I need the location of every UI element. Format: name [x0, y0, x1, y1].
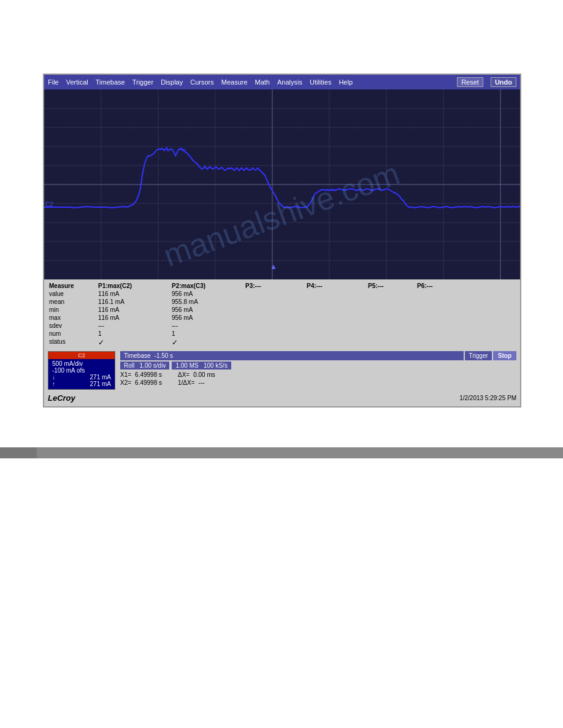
ch-info-header: C2	[48, 352, 115, 359]
waveform-svg	[44, 89, 520, 279]
inv-dx-value: ---	[199, 379, 205, 386]
oscilloscope-frame: File Vertical Timebase Trigger Display C…	[43, 74, 521, 408]
menu-utilities[interactable]: Utilities	[310, 78, 331, 86]
menu-display[interactable]: Display	[161, 78, 183, 86]
row-value-p4	[305, 290, 367, 298]
timebase-label: Timebase	[124, 352, 151, 359]
timebase-trigger-row: Timebase -1.50 s Trigger Stop	[120, 351, 516, 360]
page-wrapper: File Vertical Timebase Trigger Display C…	[0, 0, 563, 728]
sample-rate: 100 kS/s	[204, 362, 228, 369]
row-value-p5	[367, 290, 416, 298]
x1-value: 6.49998 s	[135, 371, 162, 378]
ch-scale: 500 mA/div	[52, 360, 111, 367]
trigger-label: Trigger	[469, 352, 488, 359]
timestamp: 1/2/2013 5:29:25 PM	[459, 393, 516, 403]
trigger-marker: ▲	[270, 262, 277, 271]
row-value-p2: 956 mA	[170, 290, 244, 298]
reset-button[interactable]: Reset	[457, 77, 483, 87]
menu-trigger[interactable]: Trigger	[132, 78, 153, 86]
menu-help[interactable]: Help	[339, 78, 353, 86]
row-mean-p2: 955.8 mA	[170, 298, 244, 306]
x1-label: X1=	[120, 371, 131, 378]
timebase-value: -1.50 s	[155, 352, 174, 359]
menu-measure[interactable]: Measure	[221, 78, 248, 86]
p2-header: P2:max(C3)	[170, 282, 244, 290]
coord-area: X1= 6.49998 s ΔX= 0.00 ms X2= 6.49998 s …	[120, 371, 516, 387]
row-max-p1: 116 mA	[97, 314, 170, 322]
undo-button[interactable]: Undo	[491, 77, 516, 87]
arrow-down-icon: ↓	[52, 374, 55, 381]
measure-col-header: Measure	[48, 282, 97, 290]
menu-bar: File Vertical Timebase Trigger Display C…	[44, 75, 520, 89]
row-max-p2: 956 mA	[170, 314, 244, 322]
display-area: C2 ▲	[44, 89, 520, 279]
lecroy-logo: LeCroy	[48, 392, 75, 404]
arrow-up-icon: ↑	[52, 381, 55, 387]
mem-label: 1.00 MS	[175, 362, 198, 369]
x2-row: X2= 6.49998 s 1/ΔX= ---	[120, 379, 516, 387]
row-num-label: num	[48, 330, 97, 338]
dx-value: 0.00 ms	[193, 371, 215, 378]
row-mean-p1: 116.1 mA	[97, 298, 170, 306]
roll-value: 1.00 s/div	[140, 362, 166, 369]
row-value-label: value	[48, 290, 97, 298]
x1-row: X1= 6.49998 s ΔX= 0.00 ms	[120, 371, 516, 379]
timebase-trigger-area: Timebase -1.50 s Trigger Stop Ro	[120, 351, 516, 387]
row-sdev-label: sdev	[48, 322, 97, 330]
measurements-table: Measure P1:max(C2) P2:max(C3) P3:--- P4:…	[48, 282, 516, 347]
row-value-p6	[416, 290, 465, 298]
row-sdev-p1: ---	[97, 322, 170, 330]
menu-analysis[interactable]: Analysis	[277, 78, 302, 86]
row-status-p2: ✓	[170, 338, 244, 347]
info-area: Measure P1:max(C2) P2:max(C3) P3:--- P4:…	[44, 279, 520, 406]
dx-label: ΔX=	[178, 371, 190, 378]
row-status-label: status	[48, 338, 97, 347]
footer-row: LeCroy 1/2/2013 5:29:25 PM	[48, 392, 516, 404]
roll-row: Roll 1.00 s/div 1.00 MS 100 kS/s	[120, 362, 516, 370]
ch-offset: -100 mA ofs	[52, 367, 111, 374]
bottom-bar-inner	[0, 447, 37, 458]
menu-vertical[interactable]: Vertical	[66, 78, 88, 86]
x2-label: X2=	[120, 379, 131, 386]
ch-arrow-down-val: 271 mA	[90, 374, 111, 381]
menu-file[interactable]: File	[48, 78, 59, 86]
x2-value: 6.49998 s	[135, 379, 162, 386]
row-status-p1: ✓	[97, 338, 170, 347]
roll-label: Roll	[124, 362, 134, 369]
channel-label: C2	[45, 201, 53, 208]
row-value-p3	[244, 290, 305, 298]
stop-label[interactable]: Stop	[498, 352, 511, 359]
row-min-p1: 116 mA	[97, 306, 170, 314]
row-value-p1: 116 mA	[97, 290, 170, 298]
status-row: C2 500 mA/div -100 mA ofs ↓ 271 mA ↑ 271…	[48, 351, 516, 390]
inv-dx-label: 1/ΔX=	[178, 379, 195, 386]
menu-math[interactable]: Math	[255, 78, 270, 86]
row-max-label: max	[48, 314, 97, 322]
p4-header: P4:---	[305, 282, 367, 290]
ch-arrow-up-val: 271 mA	[90, 381, 111, 387]
menu-cursors[interactable]: Cursors	[190, 78, 214, 86]
row-min-p2: 956 mA	[170, 306, 244, 314]
p3-header: P3:---	[244, 282, 305, 290]
p6-header: P6:---	[416, 282, 465, 290]
p5-header: P5:---	[367, 282, 416, 290]
menu-timebase[interactable]: Timebase	[96, 78, 125, 86]
row-num-p2: 1	[170, 330, 244, 338]
channel-info-box: C2 500 mA/div -100 mA ofs ↓ 271 mA ↑ 271…	[48, 351, 115, 390]
row-min-label: min	[48, 306, 97, 314]
p1-header: P1:max(C2)	[97, 282, 170, 290]
bottom-bar	[0, 447, 563, 458]
row-mean-label: mean	[48, 298, 97, 306]
row-sdev-p2: ---	[170, 322, 244, 330]
row-num-p1: 1	[97, 330, 170, 338]
